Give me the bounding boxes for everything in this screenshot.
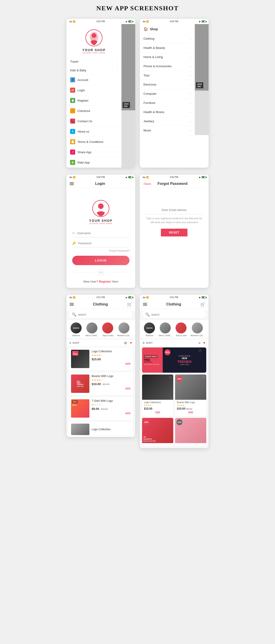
menu-item-share[interactable]: ↗ Share App	[66, 147, 121, 157]
carrier-c1: Jio	[69, 296, 72, 298]
password-input[interactable]	[78, 242, 129, 245]
sort-left-c1[interactable]: ⇅ SORT	[69, 342, 79, 344]
username-field[interactable]: ✉	[72, 229, 129, 237]
chevron-music: ›	[190, 129, 191, 132]
cat-bottoms[interactable]: SNKRS Bottoms	[71, 322, 82, 337]
product-info-1: Logo Collections ★★★★☆ $15.00 ♡ ADD	[92, 350, 131, 366]
time-c1: 3:51 PM	[96, 296, 105, 298]
add-btn-2[interactable]: ADD	[125, 387, 131, 390]
phone-menu-1: Jio 📶 4:02 PM ▶	[66, 19, 135, 168]
menu-item-register[interactable]: 📋 Register	[66, 96, 121, 106]
cat-tops-2[interactable]: Tops & Sets	[176, 322, 187, 337]
chevron-homeliving: ›	[190, 56, 191, 58]
cat-tops[interactable]: Tops & Sets	[102, 322, 113, 337]
heart-icon-3[interactable]: ♡	[92, 412, 95, 415]
password-field[interactable]: 🔑	[72, 239, 129, 248]
or-divider: OR	[72, 269, 129, 276]
cart-icon-c1[interactable]: 🛒	[127, 302, 132, 307]
menu-item-account[interactable]: 👤 Account	[66, 75, 121, 85]
shop-item-furniture[interactable]: Furniture ›	[140, 98, 195, 108]
grid-add-1[interactable]: ADD	[144, 410, 171, 415]
grid-add-2[interactable]: ADD	[177, 410, 204, 415]
cat-circle-womens-2	[192, 322, 203, 334]
menu-item-contact[interactable]: 📞 Contact Us	[66, 116, 121, 126]
shop-item-healthbeauty[interactable]: Health & Beauty ›	[140, 43, 195, 52]
promo-left: 3 DAYS SALE FREE SHIPPING ON ORDERS OVER…	[142, 348, 163, 373]
shop-item-jwellary[interactable]: Jwellary ›	[140, 117, 195, 126]
chevron-electronic: ›	[190, 83, 191, 86]
menu-item-travel[interactable]: Travel ›	[66, 57, 121, 66]
menu-item-checkout[interactable]: 🛒 Checkout	[66, 106, 121, 116]
menu-item-login[interactable]: 🔐 LogIn	[66, 85, 121, 96]
hamburger-c2[interactable]	[143, 303, 147, 306]
new-user-section: New User? Register Here	[72, 280, 129, 283]
cat-tops-label: Tops & Sets	[102, 334, 113, 337]
cat-bottoms-label-2: Bottoms	[146, 334, 153, 337]
hamburger-login[interactable]	[70, 182, 74, 185]
shop-item-toys[interactable]: Toys ›	[140, 71, 195, 80]
heart-icon-2[interactable]: ♡	[92, 387, 95, 390]
battery-2	[202, 20, 206, 22]
heart-icon-1[interactable]: ♡	[92, 362, 95, 366]
shop-item-phoneacc[interactable]: Phone & Accessories ›	[140, 62, 195, 71]
clothing-label: Clothing	[143, 37, 154, 40]
reset-button[interactable]: RESET	[161, 229, 187, 236]
add-btn-3[interactable]: ADD	[125, 412, 131, 415]
grid-img-1: ♡	[142, 374, 173, 400]
filter-icon-c2[interactable]: ▼	[203, 341, 206, 345]
product-item-4-partial: Logo Collection	[69, 422, 133, 437]
username-input[interactable]	[77, 232, 129, 235]
hamburger-line-2	[70, 184, 74, 184]
sort-left-c2[interactable]: ⇅ SORT	[143, 342, 153, 344]
shop-item-healthfitness[interactable]: Health & fitness ›	[140, 108, 195, 117]
add-btn-1[interactable]: ADD	[125, 362, 131, 365]
shop-item-electronic[interactable]: Electronic ›	[140, 80, 195, 89]
grid-icon-c1[interactable]: ⊞	[124, 341, 127, 345]
hamburger-c1[interactable]	[70, 303, 74, 306]
search-bar-c1[interactable]: 🔍	[69, 311, 133, 318]
grid-heart-1[interactable]: ♡	[169, 376, 172, 380]
search-input-c1[interactable]	[78, 313, 130, 316]
sort-icons-c2: ≡ ▼	[199, 341, 206, 345]
grid-heart-2[interactable]: ♡	[202, 376, 205, 380]
list-icon-c2[interactable]: ≡	[199, 341, 200, 345]
cat-mens-2[interactable]: Men's Clothi...	[159, 322, 172, 337]
menu-item-terms[interactable]: 📄 Terms & Conditions	[66, 137, 121, 147]
menu-item-about[interactable]: ℹ About us	[66, 126, 121, 137]
shop-item-clothing[interactable]: Clothing ›	[140, 34, 195, 43]
cat-womens-label-2: Women's Clo...	[190, 334, 204, 337]
search-icon-c2: 🔍	[145, 312, 150, 317]
grid-heart-4[interactable]: ♡	[202, 419, 205, 423]
about-icon: ℹ	[70, 129, 75, 134]
menu-item-kidsbaby[interactable]: Kids & Baby ›	[66, 66, 121, 75]
search-bar-c2[interactable]: 🔍	[142, 311, 206, 318]
shop-item-computer[interactable]: Computer ›	[140, 89, 195, 98]
logo-svg-1	[85, 29, 103, 47]
login-button[interactable]: LOGIN	[72, 256, 129, 265]
search-input-c2[interactable]	[151, 313, 203, 316]
cart-icon-c2[interactable]: 🛒	[200, 302, 205, 307]
menu-item-rate[interactable]: ⭐ Rate App	[66, 157, 121, 168]
back-button[interactable]: ‹ Back	[143, 182, 151, 186]
promo-shipping-text: SHIPPING	[144, 361, 151, 363]
cat-mens[interactable]: Men's Clothi...	[85, 322, 99, 337]
cat-circle-tops	[102, 322, 113, 334]
shop-item-homeliving[interactable]: Home & Living ›	[140, 52, 195, 62]
cat-bottoms-2[interactable]: SNKRS Bottoms	[144, 322, 155, 337]
cat-womens[interactable]: Women's Clo...	[117, 322, 131, 337]
chevron-healthbeauty: ›	[190, 46, 191, 49]
filter-icon-c1[interactable]: ▼	[129, 341, 132, 345]
shop-item-music[interactable]: Music ›	[140, 126, 195, 135]
grid-info-3	[142, 443, 173, 446]
cat-womens-2[interactable]: Women's Clo...	[190, 322, 204, 337]
search-icon-c1: 🔍	[72, 312, 76, 317]
forgot-content: Type in your registered email id in the …	[140, 188, 209, 243]
chevron-toys: ›	[190, 74, 191, 77]
forgot-pw-link[interactable]: Forgot Password?	[72, 249, 129, 252]
grid-price-1: $15.00	[144, 407, 171, 410]
register-link[interactable]: Register	[99, 280, 111, 283]
promo-heart[interactable]: ♡	[199, 349, 202, 353]
back-label: Back	[144, 182, 151, 186]
email-input[interactable]	[144, 206, 204, 214]
terms-icon: 📄	[70, 139, 75, 144]
